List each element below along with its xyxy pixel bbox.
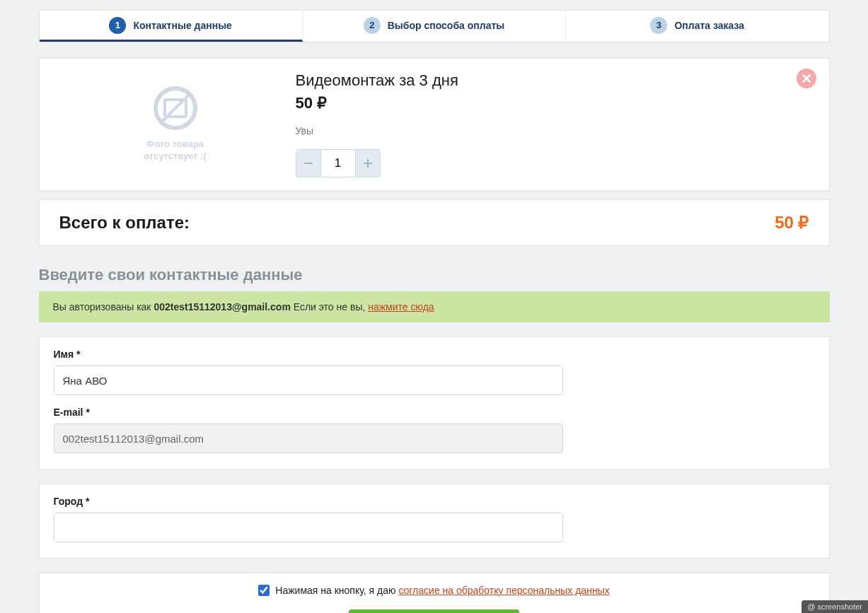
consent-checkbox[interactable] (258, 585, 270, 596)
consent-text: Нажимая на кнопку, я даю (275, 585, 398, 596)
name-label: Имя * (54, 349, 815, 360)
product-image-placeholder: Фото товара отсутствует :( (55, 71, 296, 177)
product-note: Увы (296, 125, 814, 136)
quantity-decrease-button[interactable] (296, 150, 320, 177)
product-price: 50 ₽ (296, 94, 814, 112)
step-label: Контактные данные (133, 20, 231, 31)
consent-row[interactable]: Нажимая на кнопку, я даю согласие на обр… (258, 585, 609, 596)
step-number: 1 (109, 17, 126, 34)
auth-logout-link[interactable]: нажмите сюда (368, 301, 434, 313)
email-input (54, 424, 563, 453)
email-label: E-mail * (54, 407, 815, 418)
auth-email: 002test15112013@gmail.com (154, 301, 290, 313)
contact-section-title: Введите свои контактные данные (39, 266, 830, 284)
step-number: 3 (650, 17, 667, 34)
watermark: @ screenshoter (802, 600, 868, 613)
city-label: Город * (54, 496, 815, 507)
total-card: Всего к оплате: 50 ₽ (39, 199, 830, 246)
step-1-contact[interactable]: 1 Контактные данные (40, 11, 303, 42)
step-2-payment[interactable]: 2 Выбор способа оплаты (303, 11, 566, 42)
name-input[interactable] (54, 366, 563, 395)
submit-order-button[interactable]: ОФОРМИТЬ ЗАКАЗ (349, 609, 519, 613)
quantity-input[interactable] (320, 150, 356, 177)
step-number: 2 (364, 17, 381, 34)
no-photo-text-line1: Фото товара (144, 139, 207, 151)
consent-card: Нажимая на кнопку, я даю согласие на обр… (39, 573, 830, 613)
city-input[interactable] (54, 513, 563, 542)
product-title: Видеомонтаж за 3 дня (296, 71, 814, 90)
svg-rect-0 (304, 163, 313, 164)
svg-rect-2 (364, 163, 372, 164)
remove-product-button[interactable] (797, 69, 816, 88)
product-card: Фото товара отсутствует :( Видеомонтаж з… (39, 58, 830, 191)
consent-link[interactable]: согласие на обработку персональных данны… (398, 585, 609, 596)
auth-suffix: Если это не вы, (291, 301, 368, 313)
quantity-increase-button[interactable] (356, 150, 380, 177)
checkout-steps: 1 Контактные данные 2 Выбор способа опла… (39, 10, 830, 42)
step-3-confirm[interactable]: 3 Оплата заказа (566, 11, 828, 42)
total-label: Всего к оплате: (59, 213, 190, 233)
no-photo-icon (154, 86, 197, 130)
auth-prefix: Вы авторизованы как (53, 301, 154, 313)
step-label: Выбор способа оплаты (388, 20, 504, 31)
quantity-stepper (296, 149, 381, 177)
auth-banner: Вы авторизованы как 002test15112013@gmai… (39, 291, 830, 322)
city-form-card: Город * (39, 484, 830, 559)
close-icon (802, 74, 811, 83)
no-photo-text-line2: отсутствует :( (144, 151, 207, 163)
plus-icon (364, 159, 372, 168)
contact-form-card: Имя * E-mail * (39, 337, 830, 469)
minus-icon (304, 163, 313, 164)
total-value: 50 ₽ (775, 213, 809, 233)
step-label: Оплата заказа (674, 20, 744, 31)
